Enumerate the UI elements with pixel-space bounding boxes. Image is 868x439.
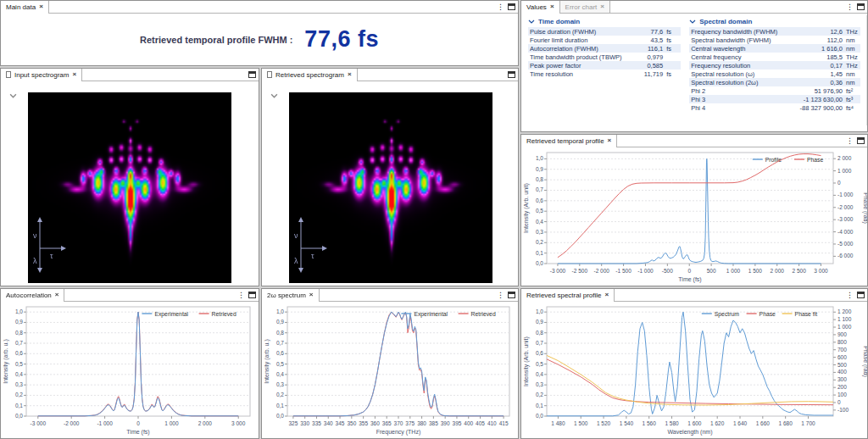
kebab-menu-icon[interactable]: ⋮ <box>846 3 854 11</box>
svg-text:1 100: 1 100 <box>837 316 852 322</box>
maximize-icon[interactable] <box>508 71 515 78</box>
2w-spectrum-chart[interactable]: 0,00,10,20,30,40,50,60,70,80,91,03253303… <box>262 302 518 438</box>
svg-text:0,7: 0,7 <box>276 340 284 346</box>
svg-text:0,5: 0,5 <box>276 361 284 367</box>
value-unit: fs <box>666 45 679 53</box>
tab-main-data[interactable]: Main data× <box>1 1 49 13</box>
svg-text:-1 000: -1 000 <box>97 420 113 426</box>
svg-text:λ: λ <box>33 257 37 265</box>
value-unit: fs <box>666 36 679 44</box>
kebab-menu-icon[interactable]: ⋮ <box>497 292 504 299</box>
group-header-spectral-domain[interactable]: Spectral domain <box>689 16 860 27</box>
kebab-menu-icon[interactable]: ⋮ <box>846 137 854 145</box>
collapse-chevron-icon[interactable] <box>9 86 17 102</box>
close-icon[interactable]: × <box>348 71 352 78</box>
temporal-profile-chart[interactable]: 0,00,10,20,30,40,50,60,70,80,91,0-3 000-… <box>521 147 867 286</box>
value-label: Autocorrelation (FWHM) <box>530 45 629 53</box>
collapse-chevron-icon[interactable] <box>270 86 278 102</box>
tab-retrieved-spectral-profile[interactable]: Retrieved spectral profile× <box>521 289 615 301</box>
panel-input-spectrogram: Input spectrogram× νλτ <box>0 68 259 286</box>
svg-text:1 000: 1 000 <box>164 420 179 426</box>
svg-text:335: 335 <box>312 420 321 426</box>
maximize-icon[interactable] <box>248 71 256 78</box>
close-icon[interactable]: × <box>309 292 314 298</box>
maximize-icon[interactable] <box>857 3 865 10</box>
value-unit: fs² <box>846 87 859 95</box>
svg-text:380: 380 <box>417 420 426 426</box>
input-spectrogram-image[interactable]: νλτ <box>28 92 231 283</box>
svg-text:0: 0 <box>687 268 691 274</box>
svg-text:345: 345 <box>336 420 345 426</box>
tab-label: Values <box>526 3 547 11</box>
svg-text:400: 400 <box>464 420 473 426</box>
group-title: Spectral domain <box>699 18 752 25</box>
tab-autocorrelation[interactable]: Autocorrelation× <box>1 289 64 301</box>
value-number: 43,5 <box>629 36 663 44</box>
document-icon <box>267 71 272 78</box>
svg-text:400: 400 <box>837 369 847 375</box>
svg-text:0,3: 0,3 <box>276 381 284 387</box>
svg-text:Phase: Phase <box>807 157 823 163</box>
svg-text:-4 000: -4 000 <box>837 229 854 235</box>
svg-text:600: 600 <box>837 354 847 360</box>
close-icon[interactable]: × <box>600 3 604 10</box>
svg-text:800: 800 <box>837 339 847 345</box>
svg-text:1,0: 1,0 <box>276 308 284 314</box>
svg-text:0,4: 0,4 <box>15 371 23 377</box>
svg-text:1 520: 1 520 <box>597 420 611 426</box>
kebab-menu-icon[interactable]: ⋮ <box>497 3 504 11</box>
close-icon[interactable]: × <box>39 3 43 10</box>
svg-text:0,8: 0,8 <box>536 176 543 182</box>
close-icon[interactable]: × <box>72 71 76 78</box>
svg-text:Profile: Profile <box>765 157 782 163</box>
svg-text:0,0: 0,0 <box>536 413 543 419</box>
value-label: Spectral resolution (2ω) <box>691 79 787 86</box>
svg-text:τ: τ <box>311 252 314 260</box>
svg-text:370: 370 <box>394 420 403 426</box>
close-icon[interactable]: × <box>550 3 554 10</box>
value-number: 1 616,0 <box>787 45 843 53</box>
svg-text:1 500: 1 500 <box>574 420 588 426</box>
close-icon[interactable]: × <box>55 292 59 298</box>
tab-values[interactable]: Values× <box>521 1 560 13</box>
close-icon[interactable]: × <box>608 137 612 144</box>
maximize-icon[interactable] <box>508 3 515 10</box>
svg-text:0,4: 0,4 <box>276 371 284 377</box>
value-label: Fourier limit duration <box>530 36 629 44</box>
tab-input-spectrogram[interactable]: Input spectrogram× <box>1 69 82 81</box>
svg-text:0,1: 0,1 <box>15 403 23 408</box>
tab-retrieved-spectrogram[interactable]: Retrieved spectrogram× <box>262 69 358 81</box>
svg-text:0,0: 0,0 <box>276 413 284 419</box>
spectrogram-axes-inset: νλτ <box>31 214 82 278</box>
svg-text:0: 0 <box>837 399 841 405</box>
autocorrelation-chart[interactable]: 0,00,10,20,30,40,50,60,70,80,91,0-3 000-… <box>1 302 259 438</box>
panel-2w-spectrum: 2ω spectrum×⋮ 0,00,10,20,30,40,50,60,70,… <box>261 288 519 439</box>
spectral-profile-chart[interactable]: 0,00,10,20,30,40,50,60,70,80,91,01 4801 … <box>521 302 867 438</box>
kebab-menu-icon[interactable]: ⋮ <box>237 292 245 299</box>
svg-text:0,5: 0,5 <box>15 361 23 367</box>
svg-text:100: 100 <box>837 392 847 397</box>
group-header-time-domain[interactable]: Time domain <box>528 16 681 27</box>
maximize-icon[interactable] <box>857 292 865 298</box>
tab-label: Retrieved spectral profile <box>526 292 601 299</box>
tab-error-chart[interactable]: Error chart× <box>560 1 610 13</box>
maximize-icon[interactable] <box>857 137 865 144</box>
value-row-spectral-bandwidth-fwhm: Spectral bandwidth (FWHM)112,0nm <box>689 36 860 44</box>
retrieved-spectrogram-image[interactable]: νλτ <box>289 92 492 283</box>
maximize-icon[interactable] <box>508 292 515 298</box>
maximize-icon[interactable] <box>248 292 256 298</box>
svg-text:355: 355 <box>359 420 368 426</box>
close-icon[interactable]: × <box>604 292 609 298</box>
value-row-frequency-bandwidth-fwhm: Frequency bandwidth (FWHM)12,6THz <box>689 27 860 36</box>
tab-2-spectrum[interactable]: 2ω spectrum× <box>262 289 320 301</box>
tab-label: Main data <box>6 3 36 11</box>
value-row-time-bandwidth-product-tbwp: Time bandwidth product (TBWP)0,979 <box>528 53 681 61</box>
value-row-phi-4: Phi 4-88 327 900,00fs⁴ <box>689 103 860 112</box>
tab-retrieved-temporal-profile[interactable]: Retrieved temporal profile× <box>521 135 617 147</box>
value-unit: nm <box>846 36 859 44</box>
value-unit: nm <box>846 45 859 53</box>
svg-text:0,4: 0,4 <box>536 371 543 377</box>
kebab-menu-icon[interactable]: ⋮ <box>846 292 854 299</box>
value-number: 0,36 <box>787 79 843 86</box>
svg-text:0,8: 0,8 <box>276 330 284 336</box>
